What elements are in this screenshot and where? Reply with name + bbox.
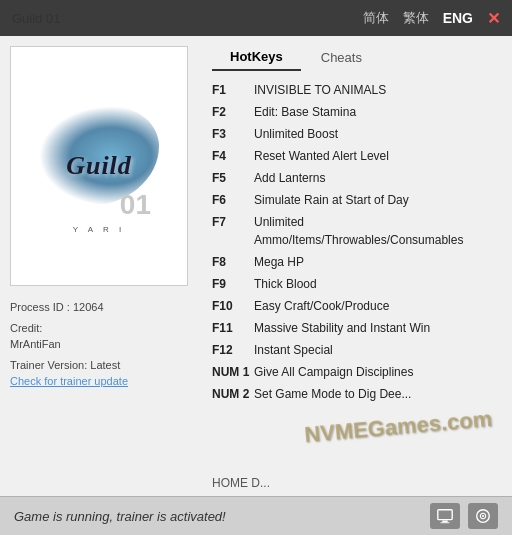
music-icon[interactable] bbox=[468, 503, 498, 529]
monitor-svg bbox=[436, 507, 454, 525]
hotkey-item: F6Simulate Rain at Start of Day bbox=[212, 189, 500, 211]
monitor-icon[interactable] bbox=[430, 503, 460, 529]
logo-text: Guild bbox=[66, 151, 132, 181]
hotkey-item: F7Unlimited Ammo/Items/Throwables/Consum… bbox=[212, 211, 500, 251]
hotkey-desc: INVISIBLE TO ANIMALS bbox=[254, 81, 386, 99]
trainer-version-row: Trainer Version: Latest Check for traine… bbox=[10, 358, 190, 389]
hotkey-desc: Mega HP bbox=[254, 253, 304, 271]
right-panel: HotKeys Cheats F1INVISIBLE TO ANIMALSF2E… bbox=[200, 36, 512, 496]
hotkey-key: F3 bbox=[212, 125, 254, 143]
hotkey-desc: Massive Stability and Instant Win bbox=[254, 319, 430, 337]
left-panel: Guild 01 Y A R I Process ID : 12064 Cred… bbox=[0, 36, 200, 496]
hotkey-desc: Unlimited Boost bbox=[254, 125, 338, 143]
hotkey-key: F8 bbox=[212, 253, 254, 271]
hotkey-item: F2Edit: Base Stamina bbox=[212, 101, 500, 123]
tab-hotkeys[interactable]: HotKeys bbox=[212, 44, 301, 71]
title-bar-controls: 简体 繁体 ENG ✕ bbox=[363, 9, 500, 28]
credit-value: MrAntiFan bbox=[10, 338, 61, 350]
process-id-label: Process ID : 12064 bbox=[10, 300, 190, 315]
logo-number: 01 bbox=[120, 189, 151, 221]
update-link[interactable]: Check for trainer update bbox=[10, 375, 128, 387]
hotkey-item: NUM 2Set Game Mode to Dig Dee... bbox=[212, 383, 500, 405]
hotkey-key: F7 bbox=[212, 213, 254, 231]
music-svg bbox=[474, 507, 492, 525]
hotkey-desc: Reset Wanted Alert Level bbox=[254, 147, 389, 165]
hotkey-key: F10 bbox=[212, 297, 254, 315]
hotkey-key: NUM 2 bbox=[212, 385, 254, 403]
hotkey-key: F6 bbox=[212, 191, 254, 209]
svg-rect-0 bbox=[438, 510, 452, 520]
hotkey-desc: Thick Blood bbox=[254, 275, 317, 293]
hotkey-key: F2 bbox=[212, 103, 254, 121]
hotkey-desc: Unlimited Ammo/Items/Throwables/Consumab… bbox=[254, 213, 500, 249]
hotkey-desc: Instant Special bbox=[254, 341, 333, 359]
hotkey-key: F12 bbox=[212, 341, 254, 359]
hotkey-item: F3Unlimited Boost bbox=[212, 123, 500, 145]
hotkey-key: NUM 1 bbox=[212, 363, 254, 381]
hotkey-key: F1 bbox=[212, 81, 254, 99]
status-message: Game is running, trainer is activated! bbox=[14, 509, 226, 524]
trainer-version-label: Trainer Version: Latest bbox=[10, 358, 190, 373]
hotkey-item: F10Easy Craft/Cook/Produce bbox=[212, 295, 500, 317]
tab-bar: HotKeys Cheats bbox=[200, 36, 512, 71]
hotkey-key: F5 bbox=[212, 169, 254, 187]
svg-rect-1 bbox=[442, 521, 447, 523]
lang-traditional[interactable]: 繁体 bbox=[403, 9, 429, 27]
hotkey-key: F4 bbox=[212, 147, 254, 165]
home-label: HOME D... bbox=[212, 476, 270, 490]
lang-simplified[interactable]: 简体 bbox=[363, 9, 389, 27]
tab-cheats[interactable]: Cheats bbox=[303, 44, 380, 71]
hotkey-desc: Add Lanterns bbox=[254, 169, 325, 187]
credit-label: Credit: bbox=[10, 321, 190, 336]
app-title: Guild 01 bbox=[12, 11, 60, 26]
title-bar: Guild 01 简体 繁体 ENG ✕ bbox=[0, 0, 512, 36]
hotkey-desc: Easy Craft/Cook/Produce bbox=[254, 297, 389, 315]
credit-row: Credit: MrAntiFan bbox=[10, 321, 190, 352]
svg-rect-2 bbox=[441, 522, 450, 523]
close-button[interactable]: ✕ bbox=[487, 9, 500, 28]
hotkey-item: F11Massive Stability and Instant Win bbox=[212, 317, 500, 339]
hotkey-key: F9 bbox=[212, 275, 254, 293]
hotkeys-list: F1INVISIBLE TO ANIMALSF2Edit: Base Stami… bbox=[200, 71, 512, 470]
hotkey-item: F4Reset Wanted Alert Level bbox=[212, 145, 500, 167]
hotkey-item: NUM 1Give All Campaign Disciplines bbox=[212, 361, 500, 383]
process-id-row: Process ID : 12064 bbox=[10, 300, 190, 315]
status-bar: Game is running, trainer is activated! bbox=[0, 496, 512, 535]
lang-english[interactable]: ENG bbox=[443, 10, 473, 26]
hotkey-desc: Edit: Base Stamina bbox=[254, 103, 356, 121]
main-area: Guild 01 Y A R I Process ID : 12064 Cred… bbox=[0, 36, 512, 496]
hotkey-item: F1INVISIBLE TO ANIMALS bbox=[212, 79, 500, 101]
info-section: Process ID : 12064 Credit: MrAntiFan Tra… bbox=[10, 296, 190, 399]
hotkey-desc: Set Game Mode to Dig Dee... bbox=[254, 385, 411, 403]
status-icons bbox=[430, 503, 498, 529]
game-image: Guild 01 Y A R I bbox=[10, 46, 188, 286]
hotkey-item: F5Add Lanterns bbox=[212, 167, 500, 189]
game-logo: Guild 01 Y A R I bbox=[19, 56, 179, 276]
hotkey-item: F9Thick Blood bbox=[212, 273, 500, 295]
home-section: HOME D... bbox=[200, 470, 512, 496]
hotkey-key: F11 bbox=[212, 319, 254, 337]
logo-subtitle: Y A R I bbox=[73, 225, 125, 234]
hotkey-desc: Simulate Rain at Start of Day bbox=[254, 191, 409, 209]
svg-point-5 bbox=[482, 515, 484, 517]
hotkey-item: F12Instant Special bbox=[212, 339, 500, 361]
hotkey-item: F8Mega HP bbox=[212, 251, 500, 273]
hotkey-desc: Give All Campaign Disciplines bbox=[254, 363, 413, 381]
